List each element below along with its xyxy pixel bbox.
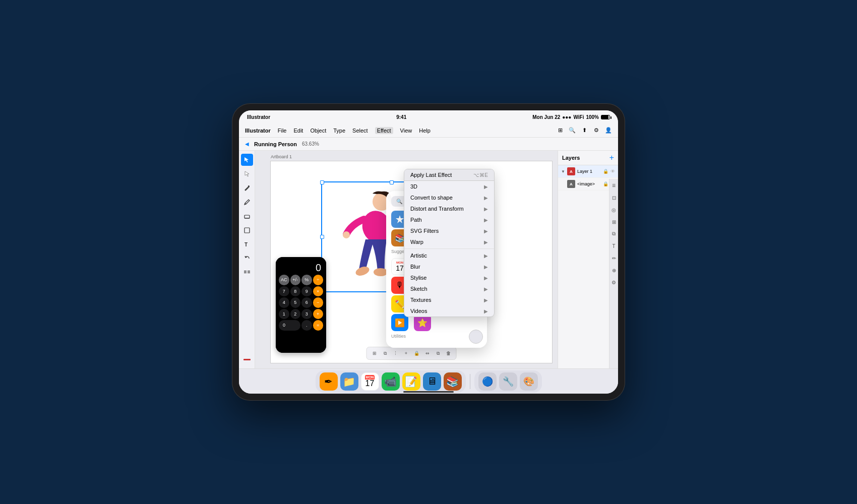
dock-files[interactable]: 📁 xyxy=(340,372,358,391)
calc-plus[interactable]: + xyxy=(313,309,324,320)
effect-artistic[interactable]: Artistic ▶ xyxy=(404,250,494,261)
menu-type[interactable]: Type xyxy=(333,128,345,134)
effect-apply-last[interactable]: Apply Last Effect ⌥⌘E xyxy=(404,169,494,181)
settings-icon[interactable]: ⚙ xyxy=(593,127,600,134)
effect-warp[interactable]: Warp ▶ xyxy=(404,236,494,247)
user-icon[interactable]: 👤 xyxy=(605,127,612,134)
dock-notes[interactable]: 📝 xyxy=(402,372,420,391)
effect-blur[interactable]: Blur ▶ xyxy=(404,261,494,272)
calc-ac[interactable]: AC xyxy=(279,275,289,285)
dock-bluetooth[interactable]: 🔵 xyxy=(478,372,497,391)
calc-7[interactable]: 7 xyxy=(279,286,289,297)
handle-tm[interactable] xyxy=(390,180,394,184)
add-icon[interactable]: + xyxy=(402,349,411,358)
graphics-icon[interactable]: ⚙ xyxy=(609,278,619,287)
brushes-icon[interactable]: ✏ xyxy=(609,254,619,263)
flip-icon[interactable]: ⇔ xyxy=(423,349,432,358)
layer-image-lock[interactable]: 🔒 xyxy=(603,181,608,186)
canvas-area[interactable]: Artboard 1 xyxy=(255,151,558,368)
lock-icon[interactable]: 🔒 xyxy=(412,349,421,358)
calc-1[interactable]: 1 xyxy=(279,309,289,320)
text-columns-tool[interactable] xyxy=(241,267,253,279)
copy-icon[interactable]: ⧉ xyxy=(434,349,443,358)
apply-last-shortcut: ⌥⌘E xyxy=(473,172,488,178)
menu-help[interactable]: Help xyxy=(419,128,431,134)
effect-artistic-arrow: ▶ xyxy=(484,253,488,259)
appearance-icon[interactable]: ◎ xyxy=(609,205,619,214)
dock-keynote[interactable]: 🖥 xyxy=(423,372,441,391)
calc-multiply[interactable]: × xyxy=(313,286,324,297)
dock-books[interactable]: 📚 xyxy=(444,372,462,391)
calc-divide[interactable]: ÷ xyxy=(313,275,324,285)
properties-icon[interactable]: ≡ xyxy=(609,181,619,190)
eraser-tool[interactable] xyxy=(241,210,253,222)
symbols-icon[interactable]: ⊕ xyxy=(609,266,619,275)
calc-6[interactable]: 6 xyxy=(301,297,312,308)
menu-select[interactable]: Select xyxy=(352,128,368,134)
handle-ml[interactable] xyxy=(320,235,324,239)
dock-illustrator[interactable]: ✒ xyxy=(320,372,338,391)
direct-select-tool[interactable] xyxy=(241,168,253,180)
handle-tl[interactable] xyxy=(320,180,324,184)
select-tool[interactable] xyxy=(241,154,253,166)
dock-more[interactable]: 🔧 xyxy=(499,372,517,391)
calc-4[interactable]: 4 xyxy=(279,297,289,308)
effect-sketch-label: Sketch xyxy=(410,286,427,292)
type2-icon[interactable]: T xyxy=(609,241,619,250)
menu-view[interactable]: View xyxy=(400,128,412,134)
calc-0[interactable]: 0 xyxy=(279,320,300,331)
dock-facetime[interactable]: 📹 xyxy=(382,372,400,391)
back-arrow[interactable]: ◀ xyxy=(245,141,249,147)
effect-stylise[interactable]: Stylise ▶ xyxy=(404,272,494,283)
effect-textures[interactable]: Textures ▶ xyxy=(404,294,494,305)
distribute-icon[interactable]: ⋮ xyxy=(391,349,400,358)
svg-point-12 xyxy=(343,231,350,238)
align-icon[interactable]: ⊞ xyxy=(370,349,379,358)
menu-edit[interactable]: Edit xyxy=(293,128,303,134)
calc-3[interactable]: 3 xyxy=(301,309,312,320)
pencil-tool[interactable] xyxy=(241,196,253,208)
arrange-icon[interactable]: ⧉ xyxy=(381,349,390,358)
delete-icon[interactable]: 🗑 xyxy=(444,349,453,358)
svg-rect-7 xyxy=(248,271,250,271)
calc-9[interactable]: 9 xyxy=(301,286,312,297)
calc-5[interactable]: 5 xyxy=(290,297,301,308)
effect-convert-shape[interactable]: Convert to shape ▶ xyxy=(404,192,494,203)
calc-minus[interactable]: − xyxy=(313,297,324,308)
calc-decimal[interactable]: . xyxy=(301,320,312,331)
dock-calendar[interactable]: MON 17 xyxy=(361,372,379,391)
dock-craft[interactable]: 🎨 xyxy=(520,372,538,391)
effect-path[interactable]: Path ▶ xyxy=(404,214,494,225)
layer-1-lock[interactable]: 🔒 xyxy=(603,169,608,174)
pen-tool[interactable] xyxy=(241,182,253,194)
layer-1[interactable]: ▼ A Layer 1 🔒 👁 xyxy=(558,165,618,178)
rotate-tool[interactable] xyxy=(241,253,253,265)
menu-file[interactable]: File xyxy=(278,128,287,134)
transform-icon[interactable]: ⊡ xyxy=(609,193,619,202)
search-icon[interactable]: 🔍 xyxy=(569,127,576,134)
home-button[interactable] xyxy=(469,330,483,344)
main-dock: ✒ 📁 MON 17 📹 📝 🖥 📚 xyxy=(316,370,466,393)
menu-effect[interactable]: Effect xyxy=(375,127,393,134)
calc-percent[interactable]: % xyxy=(301,275,312,285)
calc-2[interactable]: 2 xyxy=(290,309,301,320)
zoom-level[interactable]: 63.63% xyxy=(302,141,319,147)
menu-object[interactable]: Object xyxy=(310,128,326,134)
type-tool[interactable]: T xyxy=(241,238,253,250)
grid-icon[interactable]: ⊞ xyxy=(557,127,564,134)
align2-icon[interactable]: ⊞ xyxy=(609,217,619,226)
layer-1-eye[interactable]: 👁 xyxy=(610,169,615,174)
effect-svg[interactable]: SVG Filters ▶ xyxy=(404,225,494,236)
shape-tool[interactable] xyxy=(241,224,253,236)
effect-sketch[interactable]: Sketch ▶ xyxy=(404,283,494,294)
pathfinder-icon[interactable]: ⧉ xyxy=(609,229,619,238)
calc-8[interactable]: 8 xyxy=(290,286,301,297)
calc-plusminus[interactable]: +/- xyxy=(290,275,301,285)
calc-equals[interactable]: = xyxy=(313,320,324,331)
share-icon[interactable]: ⬆ xyxy=(581,127,588,134)
layers-add-button[interactable]: + xyxy=(609,154,614,162)
effect-3d[interactable]: 3D ▶ xyxy=(404,181,494,192)
red-stroke[interactable] xyxy=(241,353,253,365)
effect-videos[interactable]: Videos ▶ xyxy=(404,305,494,317)
effect-distort[interactable]: Distort and Transform ▶ xyxy=(404,203,494,214)
